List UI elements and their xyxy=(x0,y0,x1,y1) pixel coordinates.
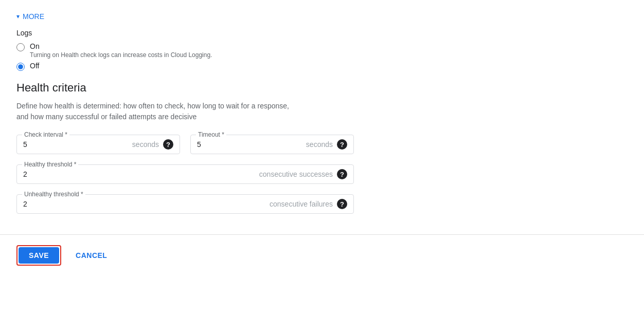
unhealthy-threshold-label: Unhealthy threshold * xyxy=(22,191,85,198)
timeout-input[interactable] xyxy=(197,140,306,149)
unhealthy-threshold-suffix: consecutive failures xyxy=(270,200,333,208)
health-criteria-description: Define how health is determined: how oft… xyxy=(16,101,354,122)
check-interval-field: Check interval * seconds ? xyxy=(16,135,180,154)
check-interval-input[interactable] xyxy=(23,140,132,149)
fields-row-1: Check interval * seconds ? Timeout * sec… xyxy=(16,135,354,154)
more-toggle[interactable]: ▾ MORE xyxy=(16,8,354,29)
footer: SAVE CANCEL xyxy=(0,235,644,276)
check-interval-help-icon[interactable]: ? xyxy=(163,139,173,150)
healthy-threshold-label: Healthy threshold * xyxy=(22,161,78,168)
health-criteria-section: Health criteria Define how health is det… xyxy=(16,81,354,214)
healthy-threshold-container: Healthy threshold * consecutive successe… xyxy=(16,164,354,184)
unhealthy-threshold-container: Unhealthy threshold * consecutive failur… xyxy=(16,194,354,214)
logs-off-label[interactable]: Off xyxy=(30,62,39,70)
timeout-container: Timeout * seconds ? xyxy=(190,135,354,154)
healthy-threshold-input[interactable] xyxy=(23,170,259,178)
logs-on-hint: Turning on Health check logs can increas… xyxy=(30,51,212,59)
save-button[interactable]: SAVE xyxy=(19,247,59,264)
check-interval-container: Check interval * seconds ? xyxy=(16,135,180,154)
fields-row-3: Unhealthy threshold * consecutive failur… xyxy=(16,194,354,214)
logs-on-radio[interactable] xyxy=(16,43,25,51)
save-button-wrapper: SAVE xyxy=(16,245,61,266)
logs-on-item: On Turning on Health check logs can incr… xyxy=(16,42,354,59)
timeout-field: Timeout * seconds ? xyxy=(190,135,354,154)
more-toggle-label: MORE xyxy=(23,12,44,21)
logs-label: Logs xyxy=(16,29,354,37)
unhealthy-threshold-field: Unhealthy threshold * consecutive failur… xyxy=(16,194,354,214)
timeout-suffix: seconds xyxy=(306,140,333,149)
check-interval-suffix: seconds xyxy=(132,140,159,149)
fields-row-2: Healthy threshold * consecutive successe… xyxy=(16,164,354,184)
healthy-threshold-suffix: consecutive successes xyxy=(259,170,333,178)
logs-radio-group: On Turning on Health check logs can incr… xyxy=(16,42,354,71)
logs-on-label[interactable]: On xyxy=(30,42,40,50)
logs-off-item: Off xyxy=(16,62,354,71)
logs-off-radio[interactable] xyxy=(16,63,25,71)
timeout-help-icon[interactable]: ? xyxy=(337,139,347,150)
chevron-down-icon: ▾ xyxy=(16,13,20,20)
unhealthy-threshold-input[interactable] xyxy=(23,200,270,208)
unhealthy-threshold-help-icon[interactable]: ? xyxy=(337,199,347,209)
timeout-label: Timeout * xyxy=(196,131,226,138)
health-criteria-title: Health criteria xyxy=(16,81,354,95)
healthy-threshold-help-icon[interactable]: ? xyxy=(337,169,347,179)
check-interval-label: Check interval * xyxy=(22,131,69,138)
cancel-button[interactable]: CANCEL xyxy=(69,247,113,264)
healthy-threshold-field: Healthy threshold * consecutive successe… xyxy=(16,164,354,184)
